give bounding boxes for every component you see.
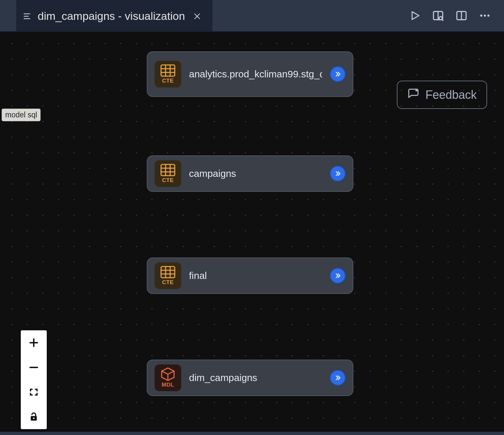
node-cte-stg-campaigns[interactable]: CTE analytics.prod_kcliman99.stg_campaig… (147, 51, 353, 97)
icon-badge-label: CTE (162, 78, 174, 84)
svg-rect-28 (161, 267, 175, 278)
split-button[interactable] (455, 9, 468, 22)
svg-rect-23 (161, 165, 175, 176)
expand-button[interactable] (330, 268, 346, 283)
node-label: analytics.prod_kcliman99.stg_campaigns_1… (189, 68, 322, 81)
node-mdl-dim-campaigns[interactable]: MDL dim_campaigns (147, 360, 353, 396)
bottom-strip (0, 432, 504, 435)
tooltip-text: model sql (5, 111, 37, 119)
run-button[interactable] (409, 10, 421, 21)
close-icon[interactable] (191, 10, 203, 22)
node-cte-campaigns[interactable]: CTE campaigns (147, 155, 353, 192)
tab-title: dim_campaigns - visualization (38, 10, 185, 22)
table-cte-icon: CTE (155, 262, 181, 289)
visualization-canvas[interactable]: Feedback model sql CTE analytics.prod_kc… (0, 31, 504, 432)
tab-active[interactable]: dim_campaigns - visualization (16, 0, 212, 31)
tab-bar: dim_campaigns - visualization (0, 0, 504, 31)
icon-badge-label: MDL (162, 382, 174, 388)
svg-rect-18 (161, 65, 175, 76)
preview-button[interactable] (432, 9, 444, 22)
table-cte-icon: CTE (155, 61, 181, 87)
zoom-in-button[interactable] (21, 330, 47, 355)
more-button[interactable] (479, 9, 491, 22)
svg-point-14 (487, 15, 489, 17)
zoom-control (21, 330, 47, 429)
feedback-label: Feedback (425, 88, 477, 102)
comment-star-icon (407, 87, 420, 102)
icon-badge-label: CTE (162, 279, 174, 286)
list-icon (22, 11, 32, 21)
svg-point-37 (33, 417, 35, 419)
svg-marker-5 (412, 12, 419, 20)
node-label: campaigns (189, 167, 322, 180)
zoom-out-button[interactable] (21, 355, 47, 380)
fit-view-button[interactable] (21, 380, 47, 404)
node-label: dim_campaigns (189, 371, 322, 385)
svg-point-12 (480, 15, 482, 17)
expand-button[interactable] (330, 166, 346, 181)
expand-button[interactable] (330, 66, 346, 82)
svg-point-13 (484, 15, 486, 17)
edges-layer (0, 32, 97, 81)
node-label: final (189, 269, 322, 283)
table-cte-icon: CTE (155, 160, 181, 187)
tooltip-model-sql: model sql (2, 109, 40, 121)
toolbar-right (409, 0, 491, 31)
icon-badge-label: CTE (162, 177, 174, 184)
feedback-button[interactable]: Feedback (397, 81, 487, 109)
lock-button[interactable] (21, 404, 47, 429)
cube-mdl-icon: MDL (155, 364, 181, 391)
node-cte-final[interactable]: CTE final (147, 257, 353, 294)
expand-button[interactable] (330, 370, 346, 386)
